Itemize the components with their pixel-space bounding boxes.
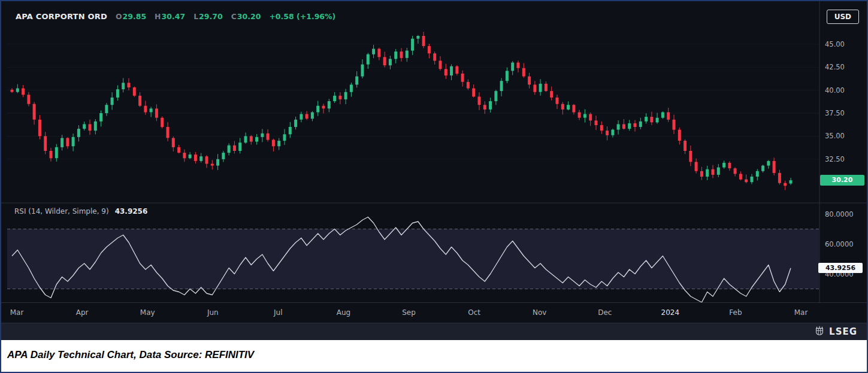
- high-value: 30.47: [162, 12, 186, 21]
- chart-caption: APA Daily Technical Chart, Data Source: …: [7, 349, 860, 361]
- ohlc-open: O29.85: [116, 12, 146, 21]
- x-axis-label: Aug: [337, 308, 350, 317]
- price-axis-tick: 40.00: [825, 86, 845, 95]
- price-axis-tick: 37.50: [825, 109, 845, 117]
- x-axis-label: Mar: [794, 308, 808, 317]
- ohlc-high: H30.47: [155, 12, 185, 21]
- caption-area: APA Daily Technical Chart, Data Source: …: [1, 340, 867, 372]
- rsi-title: RSI (14, Wilder, Simple, 9) 43.9256: [14, 207, 147, 216]
- currency-badge[interactable]: USD: [827, 10, 859, 24]
- close-value: 30.20: [237, 12, 261, 21]
- ohlc-low: L29.70: [193, 12, 223, 21]
- rsi-axis-tick: 80.0000: [825, 210, 854, 219]
- rsi-value-label: 43.9256: [115, 207, 148, 216]
- x-axis-label: Mar: [10, 308, 24, 317]
- low-value: 29.70: [199, 12, 223, 21]
- lseg-logo-text: LSEG: [829, 326, 857, 337]
- x-axis-label: Sep: [402, 308, 416, 317]
- open-value: 29.85: [123, 12, 147, 21]
- lseg-crest-icon: [814, 325, 825, 338]
- x-axis-label: May: [140, 308, 155, 317]
- chart-panel: APA CORPORTN ORD O29.85 H30.47 L29.70 C3…: [1, 1, 867, 340]
- price-axis-tick: 45.00: [825, 40, 845, 48]
- last-price-badge: 30.20: [820, 175, 864, 186]
- chart-frame: APA CORPORTN ORD O29.85 H30.47 L29.70 C3…: [0, 0, 868, 373]
- x-axis-label: Oct: [468, 308, 480, 317]
- rsi-title-label: RSI (14, Wilder, Simple, 9): [14, 207, 109, 216]
- x-axis-label: Jul: [273, 308, 282, 317]
- price-axis-tick: 32.50: [825, 155, 845, 163]
- chart-header: APA CORPORTN ORD O29.85 H30.47 L29.70 C3…: [16, 12, 335, 21]
- rsi-band: [7, 229, 819, 289]
- rsi-axis-tick: 60.0000: [825, 240, 854, 248]
- footer-bar: LSEG: [1, 323, 867, 340]
- rsi-value-badge: 43.9256: [818, 263, 863, 273]
- symbol-title: APA CORPORTN ORD: [16, 12, 107, 21]
- x-axis-label: Apr: [76, 308, 89, 317]
- price-axis-tick: 35.00: [825, 132, 845, 140]
- candlestick-series: [11, 32, 793, 190]
- chart-canvas[interactable]: 45.0042.5040.0037.5035.0032.5080.000060.…: [1, 1, 867, 323]
- x-axis-label: Nov: [533, 308, 546, 317]
- change-value: +0.58 (+1.96%): [269, 12, 335, 21]
- close-label: C: [231, 12, 237, 21]
- low-label: L: [193, 12, 198, 21]
- price-axis-tick: 42.50: [825, 63, 845, 71]
- x-axis-label: 2024: [661, 308, 680, 317]
- x-axis-label: Dec: [598, 308, 612, 317]
- x-axis-label: Feb: [729, 308, 742, 317]
- open-label: O: [116, 12, 122, 21]
- high-label: H: [155, 12, 161, 21]
- x-axis-label: Jun: [207, 308, 219, 317]
- ohlc-close: C30.20: [231, 12, 261, 21]
